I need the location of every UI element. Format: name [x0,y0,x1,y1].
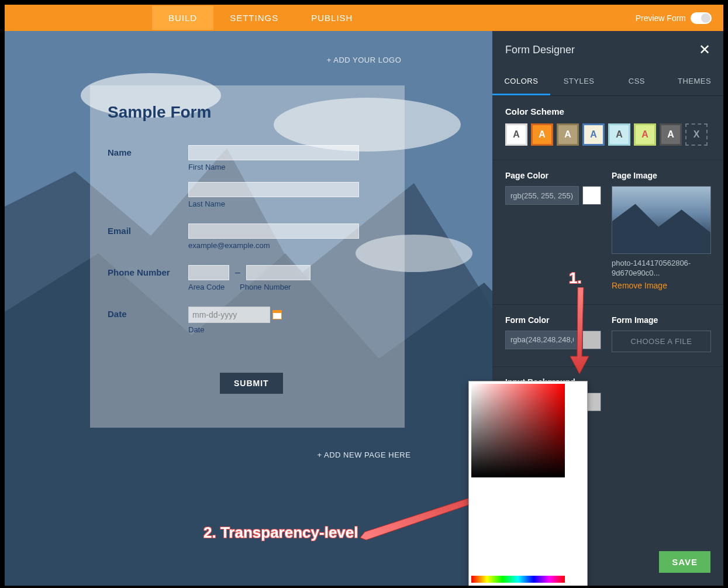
designer-tab-themes[interactable]: THEMES [665,68,723,95]
designer-tab-styles[interactable]: STYLES [550,68,608,95]
color-scheme-swatch-3[interactable]: A [582,123,605,146]
tab-publish[interactable]: PUBLISH [295,6,369,30]
color-scheme-swatch-0[interactable]: A [505,123,527,146]
annotation-2: 2. Transparency-level [203,524,358,542]
annotation-1: 1. [569,269,582,287]
tab-settings[interactable]: SETTINGS [213,6,295,30]
remove-image-link[interactable]: Remove Image [612,281,711,290]
date-input[interactable]: mm-dd-yyyy [188,307,270,323]
date-sublabel: Date [188,325,387,334]
page-color-swatch[interactable] [582,186,601,205]
page-image-caption: photo-1414170562806-9d670e90c0... [612,259,711,278]
date-label: Date [108,307,188,345]
phone-number-input[interactable] [246,265,310,280]
workspace: + ADD YOUR LOGO + ADD NEW PAGE HERE Samp… [5,31,723,586]
close-icon[interactable]: ✕ [699,42,710,58]
page-image-thumbnail[interactable] [612,186,711,254]
email-input[interactable] [188,223,359,239]
form-color-swatch[interactable] [582,331,601,349]
page-color-label: Page Color [505,171,601,180]
picker-well [474,480,491,573]
choose-file-button[interactable]: CHOOSE A FILE [612,331,711,352]
color-scheme-swatch-7[interactable]: X [685,123,708,146]
color-scheme-title: Color Scheme [505,106,710,116]
phone-number-sublabel: Phone Number [240,283,304,291]
color-scheme-swatch-6[interactable]: A [660,123,682,146]
color-scheme-swatch-1[interactable]: A [531,123,553,146]
color-scheme-swatch-5[interactable]: A [634,123,656,146]
preview-toggle-wrap: Preview Form [636,12,712,24]
designer-tab-css[interactable]: CSS [608,68,666,95]
submit-button[interactable]: SUBMIT [220,373,283,394]
color-scheme-swatch-4[interactable]: A [608,123,630,146]
form-card: Sample Form Name First Name Last Name Em… [90,85,405,428]
preview-label: Preview Form [636,13,686,23]
last-name-input[interactable] [188,182,359,197]
color-scheme-swatches: AAAAAAAX [505,123,710,146]
top-tabs: BUILD SETTINGS PUBLISH [152,6,369,30]
save-button[interactable]: SAVE [659,551,710,573]
page-image-label: Page Image [612,171,711,180]
designer-tab-colors[interactable]: COLORS [492,68,550,95]
name-label: Name [108,145,188,219]
picker-hue-slider[interactable] [471,576,565,583]
picker-saturation[interactable] [471,384,565,477]
top-nav: BUILD SETTINGS PUBLISH Preview Form [5,5,723,31]
phone-dash: – [235,267,240,278]
preview-toggle[interactable] [691,12,712,24]
phone-area-input[interactable] [188,265,229,280]
email-label: Email [108,223,188,260]
form-image-label: Form Image [612,315,711,325]
tab-build[interactable]: BUILD [152,6,213,30]
email-sublabel: example@example.com [188,241,387,250]
phone-label: Phone Number [108,265,188,302]
designer-title: Form Designer [505,44,575,56]
first-name-sublabel: First Name [188,163,387,171]
color-scheme-swatch-2[interactable]: A [557,123,579,146]
form-title: Sample Form [108,103,387,122]
form-color-label: Form Color [505,315,601,325]
phone-area-sublabel: Area Code [188,283,229,291]
calendar-icon[interactable] [272,310,282,319]
page-color-input[interactable] [505,186,579,205]
form-color-input[interactable] [505,331,579,349]
last-name-sublabel: Last Name [188,200,387,208]
color-picker: 0 Hex R G B A ✕ [468,381,588,586]
first-name-input[interactable] [188,145,359,160]
